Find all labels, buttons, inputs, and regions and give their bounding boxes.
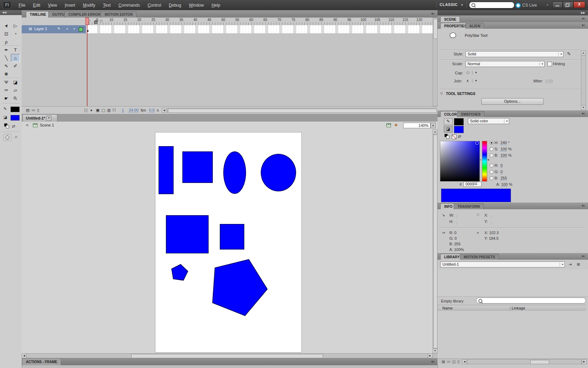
blue-value[interactable]: 255 (500, 176, 507, 180)
alpha-value[interactable]: 100 (501, 182, 507, 187)
close-button[interactable]: X (573, 1, 585, 8)
edit-scene-icon[interactable] (386, 123, 391, 127)
menu-item[interactable]: Commands (115, 2, 143, 9)
x-value[interactable]: - (491, 213, 492, 218)
onion-outline-icon[interactable]: ▢ (102, 108, 105, 113)
saturation-brightness-picker[interactable] (440, 141, 480, 182)
collapse-triangle-icon[interactable]: ▽ (440, 92, 443, 95)
stroke-color-button[interactable]: ✎ (444, 118, 453, 125)
column-name[interactable]: Name (442, 306, 453, 310)
menu-item[interactable]: Edit (30, 2, 43, 9)
hex-input[interactable]: 0000FF (463, 182, 482, 187)
fill-color-button[interactable]: ◪ (444, 126, 453, 132)
swap-colors-icon[interactable]: ⇄ (12, 124, 15, 129)
default-colors-button[interactable] (4, 123, 9, 129)
brush-tool[interactable]: ✐ (11, 62, 20, 70)
panel-menu-icon[interactable]: ▾≡ (582, 112, 584, 115)
green-radio[interactable] (490, 170, 493, 174)
default-colors-icon[interactable] (444, 134, 449, 139)
panel-menu-icon[interactable]: ▾≡ (582, 254, 584, 258)
back-arrow-icon[interactable]: ◀ (25, 123, 28, 127)
stroke-color-swatch[interactable] (10, 107, 20, 112)
edit-symbols-icon[interactable]: ❖ (394, 123, 398, 128)
panel-menu-icon[interactable]: ▾≡ (582, 23, 584, 27)
delete-layer-icon[interactable]: ▯ (37, 108, 39, 113)
current-frame-value[interactable]: 1 (122, 108, 124, 113)
stage-shape-rect[interactable] (159, 146, 174, 194)
line-tool[interactable]: ╲ (2, 54, 11, 62)
selection-tool[interactable]: ➤ (2, 22, 11, 30)
tab-scene[interactable]: SCENE (440, 16, 460, 22)
chevron-down-icon[interactable]: ▼ (504, 119, 508, 123)
stage-shape-rect[interactable] (220, 224, 244, 250)
green-value[interactable]: 0 (500, 170, 503, 174)
menu-item[interactable]: View (45, 2, 60, 9)
layer-visible-dot[interactable]: • (66, 27, 68, 31)
properties-scrollbar[interactable]: ▲ ▼ (581, 50, 586, 110)
layer-row[interactable]: ▤ Layer 1 ✎ • • (22, 25, 86, 33)
miter-value[interactable]: 3.00 (545, 79, 553, 83)
pencil-tool[interactable]: ✎ (2, 62, 11, 70)
lasso-tool[interactable]: ρ (2, 38, 11, 46)
layer-outline-color[interactable] (79, 27, 83, 32)
scroll-left-icon[interactable]: ◀ (22, 353, 27, 358)
document-tab[interactable]: Untitled-1* (22, 114, 57, 122)
close-document-icon[interactable]: ✕ (46, 116, 51, 121)
collapse-to-icons-icon[interactable]: ▶▶ (581, 11, 585, 14)
tab-timeline[interactable]: TIMELINE (26, 11, 50, 18)
subselection-tool[interactable]: ▷ (11, 22, 20, 30)
hinting-checkbox[interactable] (547, 62, 552, 66)
text-tool[interactable]: T (11, 46, 20, 54)
panel-menu-icon[interactable]: ▾≡ (582, 204, 584, 207)
brightness-value[interactable]: 100 (500, 153, 507, 158)
tab-swatches[interactable]: SWATCHES (457, 111, 484, 117)
layer-lock-dot[interactable]: • (74, 27, 75, 31)
menu-item[interactable]: Window (186, 2, 207, 9)
library-document-select[interactable]: Untitled-1▼ (440, 261, 565, 267)
style-select[interactable]: Solid▼ (465, 51, 564, 57)
playhead[interactable] (85, 18, 89, 25)
panel-menu-icon[interactable]: ▾≡ (582, 17, 584, 20)
brightness-radio[interactable] (490, 154, 493, 157)
height-value[interactable]: - (456, 219, 457, 224)
zoom-level-input[interactable]: 140% (403, 123, 430, 128)
layer1-frames[interactable] (86, 25, 433, 34)
stage-vscrollbar[interactable]: ▲ ▼ (433, 129, 438, 353)
menu-item[interactable]: Debug (166, 2, 184, 9)
library-search-input[interactable] (476, 298, 586, 304)
no-color-icon[interactable] (452, 135, 456, 139)
options-button[interactable]: Options... (481, 98, 544, 105)
snap-to-objects-toggle[interactable]: ∩ (13, 134, 20, 140)
chevron-down-icon[interactable]: ▼ (539, 62, 544, 66)
zoom-dropdown-button[interactable]: ▼ (430, 123, 436, 128)
menu-item[interactable]: Text (100, 2, 114, 9)
new-library-panel-icon[interactable]: ⊞ (577, 262, 580, 267)
scroll-up-icon[interactable]: ▲ (581, 50, 586, 55)
timeline-ruler[interactable]: 5101520253035404550556065707580859095100… (90, 18, 426, 22)
scroll-left-icon[interactable]: ◀ (462, 359, 467, 364)
y-value[interactable]: - (491, 219, 492, 224)
scroll-down-icon[interactable]: ▼ (581, 105, 586, 110)
timeline-vscrollbar[interactable] (433, 18, 438, 106)
join-icon[interactable]: ∧ (466, 79, 469, 83)
fill-color-control[interactable]: ◪ (3, 115, 20, 121)
stage-shape-rect[interactable] (182, 151, 213, 183)
join-dropdown-icon[interactable]: ▼ (475, 79, 477, 82)
bone-tool[interactable]: Ψ (2, 78, 11, 86)
cap-dropdown-icon[interactable]: ▼ (475, 71, 477, 74)
scene-name[interactable]: Scene 1 (40, 123, 54, 127)
restore-button[interactable] (563, 1, 573, 8)
center-playhead-icon[interactable]: ♦ (90, 108, 92, 112)
stage-shape-polygon[interactable] (171, 264, 188, 281)
chevron-down-icon[interactable]: ▼ (558, 52, 562, 56)
menu-item[interactable]: Control (145, 2, 164, 9)
hue-slider[interactable] (482, 141, 487, 182)
polystar-tool[interactable]: ⌂ (11, 54, 20, 62)
new-layer-icon[interactable]: ▤ (26, 108, 29, 113)
panel-menu-icon[interactable]: ▾≡ (431, 360, 434, 363)
onion-skin-icon[interactable]: ▣ (96, 108, 99, 113)
hue-radio[interactable] (490, 141, 493, 145)
cs-live-button[interactable]: CS Live (522, 3, 537, 8)
new-symbol-icon[interactable]: ▤ (442, 360, 445, 363)
object-drawing-toggle[interactable]: ◯ (4, 134, 11, 141)
